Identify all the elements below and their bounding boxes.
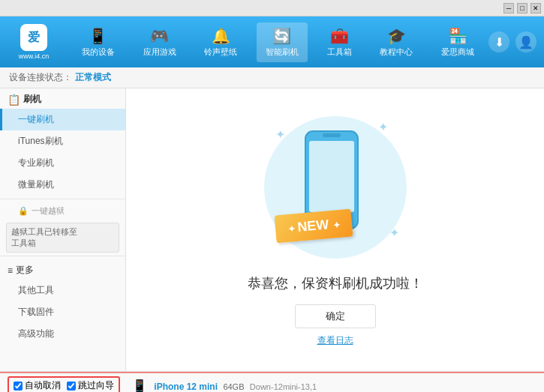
nav-smart-flash-label: 智能刷机 [266, 46, 299, 58]
sparkle-1: ✦ [275, 127, 285, 142]
divider-1 [0, 199, 125, 199]
more-label: 更多 [16, 264, 34, 277]
flash-section-icon: 📋 [8, 94, 20, 106]
flash-section-label: 刷机 [23, 93, 41, 106]
download-button[interactable]: ⬇ [488, 31, 509, 52]
sidebar-jailbreak-disabled: 🔒 一键越狱 [0, 202, 125, 220]
close-button[interactable]: ✕ [530, 3, 541, 13]
tutorial-icon: 🎓 [387, 27, 406, 45]
sidebar-section-more: ≡ 更多 [0, 259, 125, 280]
svg-rect-2 [323, 133, 341, 137]
nav-smart-flash[interactable]: 🔄 智能刷机 [257, 22, 308, 62]
device-name: iPhone 12 mini [154, 382, 218, 392]
lock-icon: 🔒 [18, 206, 29, 216]
logo-url: www.i4.cn [19, 52, 50, 60]
nav-store[interactable]: 🏪 爱思商城 [432, 22, 483, 62]
sparkle-2: ✦ [378, 120, 388, 134]
device-phone-icon: 📱 [132, 379, 147, 392]
nav-toolbox[interactable]: 🧰 工具箱 [318, 22, 361, 62]
my-device-icon: 📱 [89, 27, 107, 45]
device-info: 📱 iPhone 12 mini 64GB Down-12mini-13,1 [132, 379, 317, 392]
jailbreak-label: 一键越狱 [32, 205, 65, 217]
ringtones-icon: 🔔 [212, 27, 230, 45]
minimize-button[interactable]: ─ [503, 3, 514, 13]
main-content: ✦ ✦ ✦ NEW 恭喜您，保资料刷机成功啦！ 确定 查看日志 [126, 88, 544, 371]
main-layout: 📋 刷机 一键刷机 iTunes刷机 专业刷机 微量刷机 🔒 一键越狱 越狱工具… [0, 88, 544, 371]
checkbox-group: 自动取消 跳过向导 [8, 376, 120, 392]
store-icon: 🏪 [449, 27, 467, 45]
nav-ringtones-label: 铃声壁纸 [204, 46, 237, 58]
nav-apps-games[interactable]: 🎮 应用游戏 [134, 22, 185, 62]
sidebar-item-download-firmware[interactable]: 下载固件 [0, 301, 125, 323]
nav-my-device-label: 我的设备 [82, 46, 115, 58]
nav-apps-games-label: 应用游戏 [143, 46, 176, 58]
log-link[interactable]: 查看日志 [317, 334, 353, 347]
nav-store-label: 爱思商城 [441, 46, 474, 58]
sidebar-item-one-click-flash[interactable]: 一键刷机 [0, 109, 125, 130]
phone-illustration: ✦ ✦ ✦ NEW [260, 112, 410, 262]
bottom-section: 自动取消 跳过向导 📱 iPhone 12 mini 64GB Down-12m… [0, 371, 544, 392]
skip-wizard-input[interactable] [67, 382, 76, 391]
status-label: 设备连接状态： [9, 71, 72, 84]
skip-wizard-checkbox[interactable]: 跳过向导 [67, 379, 114, 392]
sidebar: 📋 刷机 一键刷机 iTunes刷机 专业刷机 微量刷机 🔒 一键越狱 越狱工具… [0, 88, 126, 371]
auto-dismiss-input[interactable] [14, 382, 23, 391]
jailbreak-info-box: 越狱工具已转移至工具箱 [6, 223, 119, 253]
nav-bar: 📱 我的设备 🎮 应用游戏 🔔 铃声壁纸 🔄 智能刷机 🧰 工具箱 🎓 教程中心… [68, 22, 488, 62]
nav-ringtones[interactable]: 🔔 铃声壁纸 [195, 22, 246, 62]
status-value: 正常模式 [75, 71, 111, 84]
sidebar-item-pro-flash[interactable]: 专业刷机 [0, 152, 125, 174]
sidebar-item-advanced[interactable]: 高级功能 [0, 323, 125, 345]
window-controls[interactable]: ─ □ ✕ [503, 3, 541, 13]
sidebar-item-other-tools[interactable]: 其他工具 [0, 280, 125, 301]
nav-tutorial-label: 教程中心 [380, 46, 413, 58]
logo-icon: 爱 [20, 24, 47, 51]
logo[interactable]: 爱 www.i4.cn [8, 23, 60, 61]
auto-dismiss-label: 自动取消 [25, 379, 61, 392]
auto-dismiss-checkbox[interactable]: 自动取消 [14, 379, 61, 392]
sidebar-item-itunes-flash[interactable]: iTunes刷机 [0, 130, 125, 152]
sidebar-section-flash: 📋 刷机 [0, 88, 125, 109]
apps-games-icon: 🎮 [150, 27, 169, 45]
status-bar: 设备连接状态： 正常模式 [0, 67, 544, 88]
sparkle-3: ✦ [389, 226, 399, 240]
divider-2 [0, 256, 125, 256]
svg-rect-1 [309, 141, 354, 212]
smart-flash-icon: 🔄 [272, 27, 291, 45]
nav-toolbox-label: 工具箱 [327, 46, 352, 58]
user-button[interactable]: 👤 [515, 31, 536, 52]
device-firmware: Down-12mini-13,1 [250, 382, 317, 391]
confirm-button[interactable]: 确定 [295, 304, 376, 328]
bottom-checkbox-row: 自动取消 跳过向导 📱 iPhone 12 mini 64GB Down-12m… [0, 372, 544, 392]
title-bar: ─ □ ✕ [0, 0, 544, 16]
header: 爱 www.i4.cn 📱 我的设备 🎮 应用游戏 🔔 铃声壁纸 🔄 智能刷机 … [0, 16, 544, 67]
device-storage: 64GB [223, 382, 244, 391]
nav-tutorial[interactable]: 🎓 教程中心 [371, 22, 422, 62]
maximize-button[interactable]: □ [517, 3, 527, 13]
nav-my-device[interactable]: 📱 我的设备 [73, 22, 124, 62]
success-text: 恭喜您，保资料刷机成功啦！ [248, 274, 423, 292]
skip-wizard-label: 跳过向导 [78, 379, 114, 392]
sidebar-item-micro-flash[interactable]: 微量刷机 [0, 174, 125, 196]
header-right: ⬇ 👤 [488, 31, 536, 52]
more-icon: ≡ [8, 265, 13, 276]
toolbox-icon: 🧰 [330, 27, 349, 45]
